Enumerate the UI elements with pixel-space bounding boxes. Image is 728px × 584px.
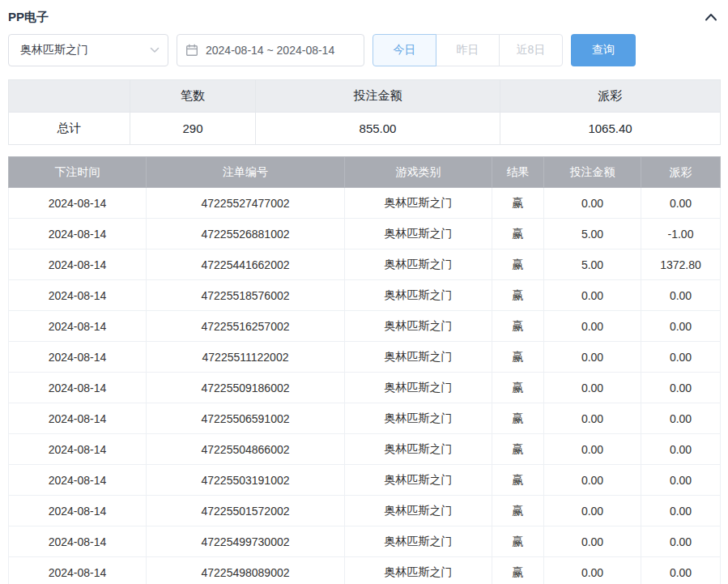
table-row: 2024-08-1447225504866002奥林匹斯之门赢0.000.00 — [9, 434, 721, 465]
bet-time: 2024-08-14 — [9, 188, 147, 219]
calendar-icon — [185, 44, 198, 57]
bet-payout: 0.00 — [641, 526, 721, 557]
bet-number: 47225516257002 — [147, 311, 345, 342]
col-bet-number: 注单编号 — [147, 157, 345, 188]
bet-number: 47225503191002 — [147, 465, 345, 496]
bet-payout: 0.00 — [641, 280, 721, 311]
game-category[interactable]: 奥林匹斯之门 — [345, 557, 492, 584]
col-bet-time: 下注时间 — [9, 157, 147, 188]
table-row: 2024-08-1447225509186002奥林匹斯之门赢0.000.00 — [9, 373, 721, 403]
bet-payout: 0.00 — [641, 373, 721, 403]
bet-time: 2024-08-14 — [9, 403, 147, 434]
bet-amount: 0.00 — [544, 526, 641, 557]
bet-result: 赢 — [492, 188, 544, 219]
bet-time: 2024-08-14 — [9, 557, 147, 584]
bet-payout: 0.00 — [641, 465, 721, 496]
table-row: 2024-08-1447225527477002奥林匹斯之门赢0.000.00 — [9, 188, 721, 219]
bet-amount: 0.00 — [544, 188, 641, 219]
today-button[interactable]: 今日 — [373, 34, 436, 66]
bet-result: 赢 — [492, 280, 544, 311]
bet-time: 2024-08-14 — [9, 465, 147, 496]
col-bet-amount: 投注金额 — [544, 157, 641, 188]
game-category[interactable]: 奥林匹斯之门 — [345, 280, 492, 311]
table-row: 2024-08-1447225498089002奥林匹斯之门赢0.000.00 — [9, 557, 721, 584]
game-category[interactable]: 奥林匹斯之门 — [345, 311, 492, 342]
summary-col-empty — [9, 80, 130, 113]
summary-total-row: 总计 290 855.00 1065.40 — [9, 113, 721, 145]
game-category[interactable]: 奥林匹斯之门 — [345, 188, 492, 219]
game-category[interactable]: 奥林匹斯之门 — [345, 249, 492, 280]
bet-payout: 0.00 — [641, 188, 721, 219]
table-row: 2024-08-1447225441662002奥林匹斯之门赢5.001372.… — [9, 249, 721, 280]
table-row: 2024-08-1447225518576002奥林匹斯之门赢0.000.00 — [9, 280, 721, 311]
bet-time: 2024-08-14 — [9, 219, 147, 249]
game-category[interactable]: 奥林匹斯之门 — [345, 342, 492, 373]
bet-table-header-row: 下注时间 注单编号 游戏类别 结果 投注金额 派彩 — [9, 157, 721, 188]
summary-bet-amount-value: 855.00 — [256, 113, 500, 145]
panel-title: PP电子 — [8, 10, 49, 25]
bet-amount: 0.00 — [544, 280, 641, 311]
summary-col-count: 笔数 — [130, 80, 256, 113]
bet-number: 47225509186002 — [147, 373, 345, 403]
summary-col-bet-amount: 投注金额 — [256, 80, 500, 113]
game-category[interactable]: 奥林匹斯之门 — [345, 496, 492, 526]
chevron-up-icon[interactable] — [702, 11, 720, 23]
bet-payout: 0.00 — [641, 403, 721, 434]
bet-number: 47225518576002 — [147, 280, 345, 311]
bet-time: 2024-08-14 — [9, 526, 147, 557]
game-category[interactable]: 奥林匹斯之门 — [345, 219, 492, 249]
summary-total-label: 总计 — [9, 113, 130, 145]
bet-result: 赢 — [492, 434, 544, 465]
bet-amount: 0.00 — [544, 373, 641, 403]
summary-col-payout: 派彩 — [500, 80, 721, 113]
game-category[interactable]: 奥林匹斯之门 — [345, 526, 492, 557]
col-payout: 派彩 — [641, 157, 721, 188]
game-category[interactable]: 奥林匹斯之门 — [345, 434, 492, 465]
bet-payout: -1.00 — [641, 219, 721, 249]
bet-table-body: 2024-08-1447225527477002奥林匹斯之门赢0.000.002… — [9, 188, 721, 584]
chevron-down-icon — [150, 47, 160, 53]
bet-number: 47225499730002 — [147, 526, 345, 557]
bet-result: 赢 — [492, 526, 544, 557]
bet-number: 47225506591002 — [147, 403, 345, 434]
game-select[interactable]: 奥林匹斯之门 — [8, 34, 168, 66]
bet-number: 47225498089002 — [147, 557, 345, 584]
bet-payout: 0.00 — [641, 557, 721, 584]
game-category[interactable]: 奥林匹斯之门 — [345, 373, 492, 403]
bet-payout: 0.00 — [641, 311, 721, 342]
bet-result: 赢 — [492, 249, 544, 280]
bet-amount: 0.00 — [544, 311, 641, 342]
bet-amount: 0.00 — [544, 557, 641, 584]
bet-result: 赢 — [492, 219, 544, 249]
bet-result: 赢 — [492, 342, 544, 373]
bet-payout: 0.00 — [641, 434, 721, 465]
yesterday-button[interactable]: 昨日 — [436, 34, 500, 66]
game-category[interactable]: 奥林匹斯之门 — [345, 465, 492, 496]
filter-bar: 奥林匹斯之门 2024-08-14 ~ 2024-08-14 今日 昨日 近8日… — [8, 34, 720, 66]
panel-header: PP电子 — [8, 0, 720, 29]
bet-time: 2024-08-14 — [9, 496, 147, 526]
bet-result: 赢 — [492, 496, 544, 526]
bet-number: 47225504866002 — [147, 434, 345, 465]
search-button[interactable]: 查询 — [571, 34, 636, 66]
bet-number: 47225511122002 — [147, 342, 345, 373]
bet-time: 2024-08-14 — [9, 280, 147, 311]
summary-count-value: 290 — [130, 113, 256, 145]
table-row: 2024-08-1447225503191002奥林匹斯之门赢0.000.00 — [9, 465, 721, 496]
game-category[interactable]: 奥林匹斯之门 — [345, 403, 492, 434]
table-row: 2024-08-1447225501572002奥林匹斯之门赢0.000.00 — [9, 496, 721, 526]
bet-number: 47225527477002 — [147, 188, 345, 219]
bet-time: 2024-08-14 — [9, 342, 147, 373]
summary-table: 笔数 投注金额 派彩 总计 290 855.00 1065.40 — [8, 79, 721, 145]
bet-number: 47225441662002 — [147, 249, 345, 280]
bet-result: 赢 — [492, 557, 544, 584]
bet-amount: 0.00 — [544, 403, 641, 434]
table-row: 2024-08-1447225511122002奥林匹斯之门赢0.000.00 — [9, 342, 721, 373]
bet-result: 赢 — [492, 311, 544, 342]
bet-amount: 0.00 — [544, 496, 641, 526]
bet-amount: 0.00 — [544, 434, 641, 465]
last-8-days-button[interactable]: 近8日 — [499, 34, 563, 66]
bet-payout: 0.00 — [641, 342, 721, 373]
date-range-picker[interactable]: 2024-08-14 ~ 2024-08-14 — [177, 34, 364, 66]
table-row: 2024-08-1447225516257002奥林匹斯之门赢0.000.00 — [9, 311, 721, 342]
